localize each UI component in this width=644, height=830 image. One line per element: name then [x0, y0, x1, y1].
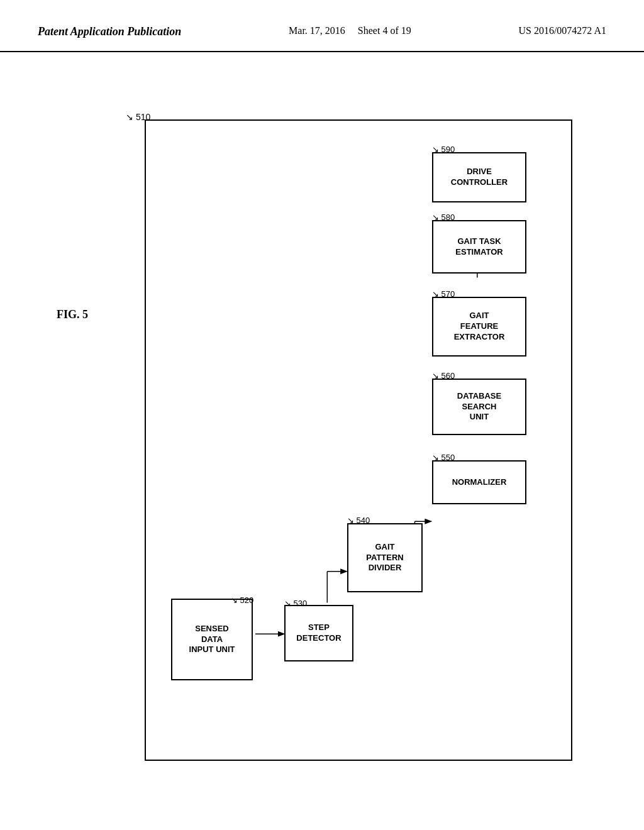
- publication-label: Patent Application Publication: [38, 25, 181, 38]
- patent-number: US 2016/0074272 A1: [518, 25, 606, 36]
- gait-task-estimator-label: GAIT TASKESTIMATOR: [455, 236, 502, 258]
- normalizer-label: NORMALIZER: [452, 477, 507, 488]
- outer-boundary-box: SENSEDDATAINPUT UNIT ↘ 520 STEPDETECTOR …: [145, 119, 572, 761]
- publication-date: Mar. 17, 2016: [289, 25, 345, 36]
- sensed-data-input-unit-box: SENSEDDATAINPUT UNIT: [171, 599, 253, 680]
- gait-pattern-divider-box: GAITPATTERNDIVIDER: [347, 523, 423, 592]
- ref-530: ↘ 530: [284, 599, 307, 608]
- normalizer-box: NORMALIZER: [432, 460, 526, 504]
- drive-controller-label: DRIVECONTROLLER: [451, 167, 508, 188]
- page-header: Patent Application Publication Mar. 17, …: [0, 0, 644, 52]
- ref-520: ↘ 520: [231, 595, 253, 605]
- ref-570: ↘ 570: [432, 289, 455, 299]
- sensed-data-label: SENSEDDATAINPUT UNIT: [189, 624, 235, 656]
- gait-feature-extractor-box: GAITFEATUREEXTRACTOR: [432, 297, 526, 357]
- date-sheet-info: Mar. 17, 2016 Sheet 4 of 19: [289, 25, 411, 36]
- gait-feature-extractor-label: GAITFEATUREEXTRACTOR: [454, 311, 505, 343]
- ref-550: ↘ 550: [432, 453, 455, 462]
- sheet-info: Sheet 4 of 19: [358, 25, 411, 36]
- database-search-unit-label: DATABASESEARCHUNIT: [457, 391, 501, 423]
- step-detector-label: STEPDETECTOR: [296, 622, 341, 644]
- figure-label: FIG. 5: [57, 308, 88, 321]
- ref-540: ↘ 540: [347, 516, 370, 525]
- ref-560: ↘ 560: [432, 371, 455, 380]
- ref-510: ↘ 510: [126, 112, 150, 122]
- drive-controller-box: DRIVECONTROLLER: [432, 152, 526, 202]
- diagram-area: SENSEDDATAINPUT UNIT ↘ 520 STEPDETECTOR …: [126, 101, 585, 780]
- gait-pattern-divider-label: GAITPATTERNDIVIDER: [366, 542, 403, 574]
- database-search-unit-box: DATABASESEARCHUNIT: [432, 379, 526, 435]
- gait-task-estimator-box: GAIT TASKESTIMATOR: [432, 220, 526, 274]
- ref-590: ↘ 590: [432, 145, 455, 154]
- ref-580: ↘ 580: [432, 213, 455, 222]
- step-detector-box: STEPDETECTOR: [284, 605, 353, 661]
